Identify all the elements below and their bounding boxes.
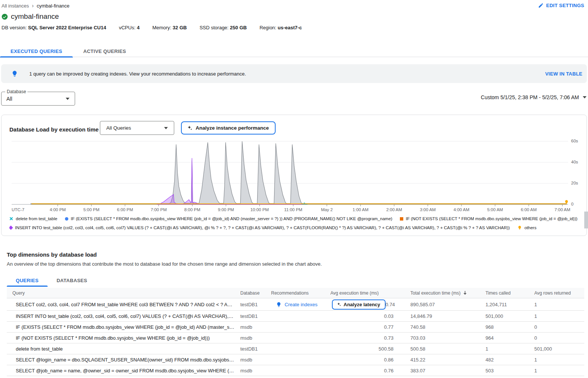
times-called-cell: 503 xyxy=(482,368,531,373)
total-execution-cell: 890,585.07 xyxy=(398,302,482,307)
page-scrollbar-thumb[interactable] xyxy=(584,212,588,228)
dimension-tabs: QUERIES DATABASES xyxy=(7,275,96,286)
total-execution-cell: 703.03 xyxy=(398,335,482,341)
instance-details: DB version: SQL Server 2022 Enterprise C… xyxy=(2,25,302,30)
database-filter-select[interactable]: Database All xyxy=(1,92,75,106)
x-axis-label: 3:00 AM xyxy=(420,207,436,212)
main-tabs: EXECUTED QUERIES ACTIVE QUERIES xyxy=(0,45,588,57)
analyze-latency-button[interactable]: Analyze latency xyxy=(332,299,386,310)
legend-row: delete from test_table IF (EXISTS (SELEC… xyxy=(9,214,580,223)
avg-rows-cell: 1 xyxy=(531,313,584,319)
total-execution-cell: 500.58 xyxy=(398,346,482,352)
database-load-card: Database Load by execution time All Quer… xyxy=(1,115,587,236)
header-query[interactable]: Query xyxy=(7,290,237,296)
table-row[interactable]: SELECT @login_name = dbo.SQLAGENT_SUSER_… xyxy=(7,354,584,365)
database-cell: testDB1 xyxy=(237,302,268,307)
chevron-down-icon xyxy=(583,96,586,98)
recommendation-banner: 1 query can be improved by creating inde… xyxy=(1,64,587,83)
edit-settings-label: EDIT SETTINGS xyxy=(546,3,584,8)
db-load-chart-svg xyxy=(12,139,568,209)
total-execution-cell: 415.22 xyxy=(398,357,482,363)
y-axis-label: 20s xyxy=(571,181,578,185)
x-axis-label: 11:00 PM xyxy=(284,207,302,212)
avg-rows-cell: 1 xyxy=(531,368,584,373)
query-insights-page: All instances › cymbal-finance EDIT SETT… xyxy=(0,0,588,378)
table-row[interactable]: SELECT @job_name = name, @owner_sid = ow… xyxy=(7,365,584,376)
square-marker-icon xyxy=(400,217,403,221)
x-axis-label: 6:00 AM xyxy=(521,207,537,212)
times-called-cell: 1 xyxy=(482,346,531,352)
time-range-selector[interactable]: Custom 5/1/25, 2:38 PM - 5/2/25, 7:06 AM xyxy=(481,94,586,100)
tab-databases[interactable]: DATABASES xyxy=(48,275,96,286)
instance-title-row: cymbal-finance xyxy=(2,12,59,21)
detail-db-version: DB version: SQL Server 2022 Enterprise C… xyxy=(2,25,106,30)
breadcrumb-all-instances[interactable]: All instances xyxy=(2,3,29,9)
legend-item-if-exists: IF (EXISTS (SELECT * FROM msdb.dbo.sysjo… xyxy=(65,216,392,221)
y-axis-label: 40s xyxy=(571,160,578,164)
table-row[interactable]: IF (EXISTS (SELECT * FROM msdb.dbo.sysjo… xyxy=(7,322,584,333)
query-filter-select[interactable]: All Queries xyxy=(100,121,174,135)
header-times-called[interactable]: Times called xyxy=(482,290,531,296)
legend-item-delete-from-test-table: delete from test_table xyxy=(9,216,57,221)
chevron-down-icon xyxy=(164,127,168,129)
query-filter-value: All Queries xyxy=(106,125,131,131)
table-row[interactable]: IF (NOT EXISTS (SELECT * FROM msdb.dbo.s… xyxy=(7,333,584,343)
create-indexes-link[interactable]: Create indexes xyxy=(285,302,317,307)
tab-executed-queries[interactable]: EXECUTED QUERIES xyxy=(0,45,73,57)
db-load-chart[interactable] xyxy=(12,139,568,209)
lightbulb-marker-icon xyxy=(517,225,522,230)
times-called-cell: 1,204,711 xyxy=(482,302,531,307)
view-in-table-button[interactable]: VIEW IN TABLE xyxy=(545,71,582,77)
x-axis-label: 6:00 PM xyxy=(117,207,133,212)
header-total-execution-time[interactable]: Total execution time (ms) xyxy=(398,290,482,296)
x-axis-label: 9:00 PM xyxy=(218,207,234,212)
top-dimensions-title: Top dimensions by database load xyxy=(7,251,97,258)
legend-row: INSERT INTO test_table (col2, col3, col4… xyxy=(9,223,580,232)
tab-active-queries[interactable]: ACTIVE QUERIES xyxy=(73,45,137,57)
header-database[interactable]: Database xyxy=(237,290,268,296)
database-filter-label: Database xyxy=(5,89,27,94)
x-axis-label: 4:00 AM xyxy=(454,207,469,212)
total-execution-cell: 383.07 xyxy=(398,368,482,373)
avg-rows-cell: 0 xyxy=(531,335,584,341)
detail-region: Region: us-east7-c xyxy=(259,25,302,30)
legend-item-others: others xyxy=(517,225,537,230)
avg-execution-cell: 0.76 xyxy=(329,368,398,373)
query-cell: delete from test_table xyxy=(7,346,237,352)
y-axis-label: 60s xyxy=(571,139,578,143)
database-cell: msdb xyxy=(237,357,268,363)
avg-rows-cell: 1 xyxy=(531,357,584,363)
detail-memory: Memory: 32 GB xyxy=(152,25,187,30)
avg-execution-cell: 0.03 xyxy=(329,313,398,319)
header-avg-rows-returned[interactable]: Avg rows returned xyxy=(531,290,584,296)
header-avg-execution-time[interactable]: Avg execution time (ms) xyxy=(329,290,398,296)
times-called-cell: 968 xyxy=(482,324,531,330)
database-filter-value: All xyxy=(6,96,12,102)
total-execution-cell: 14,846.79 xyxy=(398,313,482,319)
legend-item-insert-into: INSERT INTO test_table (col2, col3, col4… xyxy=(9,225,510,230)
banner-text: 1 query can be improved by creating inde… xyxy=(29,71,246,77)
analyze-instance-performance-button[interactable]: Analyze instance performance xyxy=(181,121,276,135)
avg-rows-cell: 501,000 xyxy=(531,346,584,352)
top-dimensions-subtitle: An overview of the top dimensions that c… xyxy=(7,261,322,267)
chevron-down-icon xyxy=(66,98,69,100)
database-cell: testDB1 xyxy=(237,313,268,319)
tab-queries[interactable]: QUERIES xyxy=(7,275,48,286)
query-cell: SELECT @job_name = name, @owner_sid = ow… xyxy=(7,368,237,373)
chart-legend: delete from test_table IF (EXISTS (SELEC… xyxy=(9,214,580,232)
times-called-cell: 501,000 xyxy=(482,313,531,319)
query-cell: SELECT @login_name = dbo.SQLAGENT_SUSER_… xyxy=(7,357,237,363)
table-row[interactable]: INSERT INTO test_table (col2, col3, col4… xyxy=(7,311,584,322)
x-axis-label: 7:00 AM xyxy=(555,207,570,212)
avg-execution-cell: 0.77 xyxy=(329,324,398,330)
x-axis-label: 5:00 AM xyxy=(487,207,503,212)
x-axis-label: 7:00 PM xyxy=(151,207,167,212)
database-cell: msdb xyxy=(237,368,268,373)
x-marker-icon xyxy=(9,217,13,221)
times-called-cell: 482 xyxy=(482,357,531,363)
edit-settings-button[interactable]: EDIT SETTINGS xyxy=(538,3,584,8)
table-row[interactable]: SELECT col2, col3, col4, col7 FROM test_… xyxy=(7,298,584,311)
table-row[interactable]: delete from test_table testDB1 500.58 50… xyxy=(7,343,584,354)
query-cell: IF (NOT EXISTS (SELECT * FROM msdb.dbo.s… xyxy=(7,335,237,341)
header-recommendations[interactable]: Recommendations xyxy=(268,290,329,296)
